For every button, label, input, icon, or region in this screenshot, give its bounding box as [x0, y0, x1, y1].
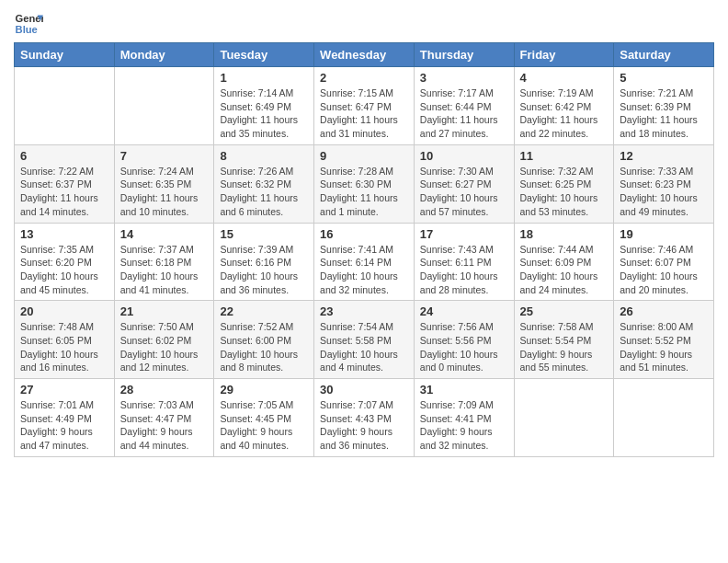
- day-number: 19: [620, 227, 708, 241]
- day-number: 31: [420, 383, 508, 396]
- day-number: 15: [220, 227, 308, 241]
- day-info: Sunrise: 7:39 AM Sunset: 6:16 PM Dayligh…: [220, 243, 308, 297]
- calendar-cell: 7Sunrise: 7:24 AM Sunset: 6:35 PM Daylig…: [114, 144, 214, 223]
- day-info: Sunrise: 7:14 AM Sunset: 6:49 PM Dayligh…: [220, 86, 308, 141]
- day-info: Sunrise: 7:33 AM Sunset: 6:23 PM Dayligh…: [620, 165, 708, 219]
- calendar-cell: [114, 67, 214, 145]
- day-info: Sunrise: 7:24 AM Sunset: 6:35 PM Dayligh…: [120, 165, 209, 219]
- day-info: Sunrise: 7:05 AM Sunset: 4:45 PM Dayligh…: [220, 398, 308, 453]
- calendar-cell: 21Sunrise: 7:50 AM Sunset: 6:02 PM Dayli…: [114, 301, 214, 379]
- day-info: Sunrise: 7:22 AM Sunset: 6:37 PM Dayligh…: [20, 165, 108, 219]
- day-info: Sunrise: 7:09 AM Sunset: 4:41 PM Dayligh…: [420, 398, 508, 453]
- day-number: 18: [520, 227, 609, 241]
- calendar-cell: 22Sunrise: 7:52 AM Sunset: 6:00 PM Dayli…: [214, 301, 314, 379]
- day-number: 7: [120, 149, 209, 163]
- day-info: Sunrise: 7:17 AM Sunset: 6:44 PM Dayligh…: [420, 86, 508, 141]
- column-header-saturday: Saturday: [614, 43, 714, 67]
- calendar-cell: 13Sunrise: 7:35 AM Sunset: 6:20 PM Dayli…: [15, 223, 115, 301]
- day-number: 24: [420, 304, 508, 318]
- day-info: Sunrise: 7:56 AM Sunset: 5:56 PM Dayligh…: [420, 320, 508, 374]
- calendar-cell: 24Sunrise: 7:56 AM Sunset: 5:56 PM Dayli…: [414, 301, 514, 379]
- day-info: Sunrise: 7:43 AM Sunset: 6:11 PM Dayligh…: [420, 243, 508, 297]
- calendar-cell: 5Sunrise: 7:21 AM Sunset: 6:39 PM Daylig…: [614, 67, 714, 145]
- day-number: 21: [120, 304, 209, 318]
- calendar-cell: 16Sunrise: 7:41 AM Sunset: 6:14 PM Dayli…: [314, 223, 415, 301]
- day-number: 14: [120, 227, 209, 241]
- calendar-cell: 25Sunrise: 7:58 AM Sunset: 5:54 PM Dayli…: [514, 301, 614, 379]
- day-info: Sunrise: 7:30 AM Sunset: 6:27 PM Dayligh…: [420, 165, 508, 219]
- svg-text:General: General: [16, 13, 43, 24]
- calendar-week-row: 20Sunrise: 7:48 AM Sunset: 6:05 PM Dayli…: [15, 301, 714, 379]
- column-header-sunday: Sunday: [15, 43, 115, 67]
- calendar-cell: 31Sunrise: 7:09 AM Sunset: 4:41 PM Dayli…: [414, 379, 514, 457]
- day-number: 26: [620, 304, 708, 318]
- day-number: 25: [520, 304, 609, 318]
- day-info: Sunrise: 7:46 AM Sunset: 6:07 PM Dayligh…: [620, 243, 708, 297]
- day-number: 6: [20, 149, 108, 163]
- logo: General Blue: [14, 9, 47, 39]
- calendar-cell: 12Sunrise: 7:33 AM Sunset: 6:23 PM Dayli…: [614, 144, 714, 223]
- day-number: 3: [420, 71, 508, 85]
- day-info: Sunrise: 7:44 AM Sunset: 6:09 PM Dayligh…: [520, 243, 609, 297]
- calendar-week-row: 27Sunrise: 7:01 AM Sunset: 4:49 PM Dayli…: [15, 379, 714, 457]
- day-info: Sunrise: 7:19 AM Sunset: 6:42 PM Dayligh…: [520, 86, 609, 141]
- calendar-cell: 30Sunrise: 7:07 AM Sunset: 4:43 PM Dayli…: [314, 379, 415, 457]
- day-info: Sunrise: 7:54 AM Sunset: 5:58 PM Dayligh…: [320, 320, 408, 374]
- day-number: 2: [320, 71, 408, 85]
- calendar-cell: 4Sunrise: 7:19 AM Sunset: 6:42 PM Daylig…: [514, 67, 614, 145]
- day-info: Sunrise: 7:58 AM Sunset: 5:54 PM Dayligh…: [520, 320, 609, 374]
- logo-icon: General Blue: [14, 9, 43, 39]
- calendar-cell: [514, 379, 614, 457]
- day-info: Sunrise: 7:28 AM Sunset: 6:30 PM Dayligh…: [320, 165, 408, 219]
- calendar-week-row: 1Sunrise: 7:14 AM Sunset: 6:49 PM Daylig…: [15, 67, 714, 145]
- calendar-cell: 26Sunrise: 8:00 AM Sunset: 5:52 PM Dayli…: [614, 301, 714, 379]
- day-info: Sunrise: 8:00 AM Sunset: 5:52 PM Dayligh…: [620, 320, 708, 374]
- day-number: 13: [20, 227, 108, 241]
- column-header-tuesday: Tuesday: [214, 43, 314, 67]
- page-header: General Blue: [14, 9, 714, 39]
- day-info: Sunrise: 7:32 AM Sunset: 6:25 PM Dayligh…: [520, 165, 609, 219]
- column-header-wednesday: Wednesday: [314, 43, 415, 67]
- day-number: 11: [520, 149, 609, 163]
- calendar-cell: 29Sunrise: 7:05 AM Sunset: 4:45 PM Dayli…: [214, 379, 314, 457]
- day-info: Sunrise: 7:37 AM Sunset: 6:18 PM Dayligh…: [120, 243, 209, 297]
- calendar-cell: 20Sunrise: 7:48 AM Sunset: 6:05 PM Dayli…: [15, 301, 115, 379]
- calendar-cell: 27Sunrise: 7:01 AM Sunset: 4:49 PM Dayli…: [15, 379, 115, 457]
- column-header-monday: Monday: [114, 43, 214, 67]
- day-info: Sunrise: 7:50 AM Sunset: 6:02 PM Dayligh…: [120, 320, 209, 374]
- calendar-cell: 14Sunrise: 7:37 AM Sunset: 6:18 PM Dayli…: [114, 223, 214, 301]
- day-number: 28: [120, 383, 209, 396]
- calendar-header-row: SundayMondayTuesdayWednesdayThursdayFrid…: [15, 43, 714, 67]
- day-number: 23: [320, 304, 408, 318]
- calendar-cell: 19Sunrise: 7:46 AM Sunset: 6:07 PM Dayli…: [614, 223, 714, 301]
- calendar-table: SundayMondayTuesdayWednesdayThursdayFrid…: [14, 42, 714, 457]
- calendar-cell: 1Sunrise: 7:14 AM Sunset: 6:49 PM Daylig…: [214, 67, 314, 145]
- calendar-cell: 6Sunrise: 7:22 AM Sunset: 6:37 PM Daylig…: [15, 144, 115, 223]
- day-number: 27: [20, 383, 108, 396]
- svg-text:Blue: Blue: [16, 24, 38, 35]
- column-header-friday: Friday: [514, 43, 614, 67]
- day-info: Sunrise: 7:15 AM Sunset: 6:47 PM Dayligh…: [320, 86, 408, 141]
- calendar-cell: 11Sunrise: 7:32 AM Sunset: 6:25 PM Dayli…: [514, 144, 614, 223]
- day-number: 20: [20, 304, 108, 318]
- calendar-cell: 9Sunrise: 7:28 AM Sunset: 6:30 PM Daylig…: [314, 144, 415, 223]
- calendar-cell: 23Sunrise: 7:54 AM Sunset: 5:58 PM Dayli…: [314, 301, 415, 379]
- day-number: 22: [220, 304, 308, 318]
- calendar-week-row: 13Sunrise: 7:35 AM Sunset: 6:20 PM Dayli…: [15, 223, 714, 301]
- day-info: Sunrise: 7:26 AM Sunset: 6:32 PM Dayligh…: [220, 165, 308, 219]
- column-header-thursday: Thursday: [414, 43, 514, 67]
- calendar-cell: 17Sunrise: 7:43 AM Sunset: 6:11 PM Dayli…: [414, 223, 514, 301]
- day-info: Sunrise: 7:52 AM Sunset: 6:00 PM Dayligh…: [220, 320, 308, 374]
- calendar-cell: 3Sunrise: 7:17 AM Sunset: 6:44 PM Daylig…: [414, 67, 514, 145]
- day-number: 16: [320, 227, 408, 241]
- day-number: 5: [620, 71, 708, 85]
- day-number: 12: [620, 149, 708, 163]
- day-info: Sunrise: 7:48 AM Sunset: 6:05 PM Dayligh…: [20, 320, 108, 374]
- day-info: Sunrise: 7:41 AM Sunset: 6:14 PM Dayligh…: [320, 243, 408, 297]
- calendar-cell: 15Sunrise: 7:39 AM Sunset: 6:16 PM Dayli…: [214, 223, 314, 301]
- day-number: 10: [420, 149, 508, 163]
- calendar-cell: [15, 67, 115, 145]
- calendar-cell: [614, 379, 714, 457]
- day-info: Sunrise: 7:01 AM Sunset: 4:49 PM Dayligh…: [20, 398, 108, 453]
- calendar-cell: 2Sunrise: 7:15 AM Sunset: 6:47 PM Daylig…: [314, 67, 415, 145]
